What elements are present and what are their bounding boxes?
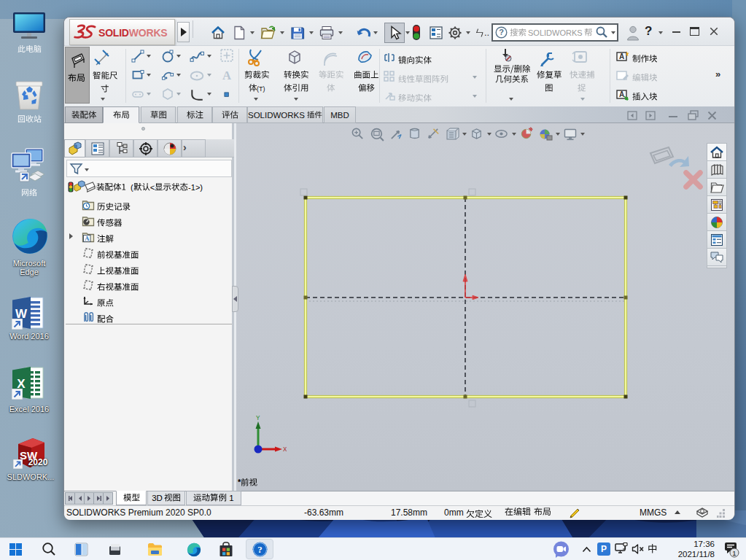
svg-text:?: ? [499, 28, 504, 36]
svg-text:1: 1 [732, 549, 736, 557]
svg-text:Y: Y [256, 415, 260, 422]
svg-text:A: A [85, 235, 90, 242]
svg-text:A: A [222, 69, 231, 82]
svg-text:A: A [619, 52, 624, 61]
svg-text:X: X [283, 446, 287, 454]
svg-text:?: ? [257, 544, 263, 555]
svg-text:A: A [619, 90, 624, 98]
